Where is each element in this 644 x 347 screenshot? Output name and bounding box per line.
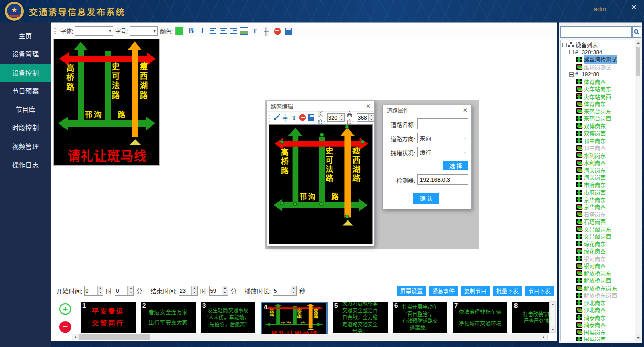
text-icon[interactable] xyxy=(290,113,298,122)
playlist-item-4[interactable]: 4 高桥路 史可法路 瘦西湖路 邗沟 路 请礼让斑马线 xyxy=(261,302,328,335)
start-hour-input[interactable] xyxy=(85,286,97,295)
pen-icon[interactable] xyxy=(273,113,280,122)
align-left-icon[interactable] xyxy=(208,26,217,36)
tree-device-item[interactable]: 文昌阁岗西 xyxy=(576,233,634,240)
sidebar-item-5[interactable]: 节目库 xyxy=(0,101,51,119)
scroll-left-icon[interactable] xyxy=(72,334,79,340)
sidebar-item-8[interactable]: 操作日志 xyxy=(0,156,51,174)
tree-scrollbar[interactable] xyxy=(635,40,641,341)
height-stepper[interactable]: ▲▼ xyxy=(357,113,374,122)
vertical-scrollbar[interactable] xyxy=(549,301,556,333)
user-name[interactable]: adm xyxy=(594,5,606,13)
end-hour-stepper[interactable]: ▲▼ xyxy=(179,286,198,296)
road-name-input[interactable] xyxy=(420,121,466,127)
length-stepper[interactable]: ▲▼ xyxy=(327,113,345,122)
congestion-select[interactable]: 缓行 ⌄ xyxy=(417,147,468,157)
tree-device-item[interactable]: 水利岗东 xyxy=(576,152,634,160)
start-minute-stepper[interactable]: ▲▼ xyxy=(115,286,134,296)
forbid-icon[interactable] xyxy=(272,26,282,36)
end-hour-input[interactable] xyxy=(179,286,191,295)
playlist-item-1[interactable]: 1平安春运交警同行 xyxy=(81,302,136,333)
tree-device-item[interactable]: 海关岗西 xyxy=(576,174,634,181)
tree-device-item[interactable]: 维扬岗测试 xyxy=(576,64,634,71)
scroll-down-icon[interactable] xyxy=(635,335,641,341)
save-icon[interactable] xyxy=(307,113,315,122)
tree-device-item[interactable]: 沙北岗东 xyxy=(576,299,634,307)
scroll-down-icon[interactable] xyxy=(550,326,555,332)
select-detector-button[interactable]: 选 择 xyxy=(443,161,468,170)
edit-handle[interactable] xyxy=(280,140,284,144)
sidebar-item-1[interactable]: 主页 xyxy=(0,27,51,45)
playlist-item-3[interactable]: 3发生轻微交通事故“人未伤，车能动，先拍照，后撤离” xyxy=(201,302,255,333)
edit-handle[interactable] xyxy=(345,215,349,219)
tree-root[interactable]: 设备列表 xyxy=(562,41,634,49)
tree-device-item[interactable]: 京华岗西 xyxy=(576,203,634,211)
tree-device-item[interactable]: 来鹤台岗西 xyxy=(576,115,634,122)
playlist-item-2[interactable]: 2春运安全连万家出行平安靠大家 xyxy=(141,302,196,333)
tree-device-item[interactable]: 市府岗西 xyxy=(576,188,634,196)
tree-device-item[interactable]: 京华岗东 xyxy=(576,196,634,204)
add-program-button[interactable]: + xyxy=(59,303,71,315)
action-button-3[interactable]: 复制节目 xyxy=(461,286,490,296)
road-direction-select[interactable]: 来向 ⌄ xyxy=(417,133,468,143)
tree-device-item[interactable]: 解放桥岗东 xyxy=(576,270,634,277)
tree-device-item[interactable]: 体育岗东 xyxy=(576,100,634,108)
expand-toggle-icon[interactable] xyxy=(562,43,567,47)
device-search-input[interactable] xyxy=(560,26,632,38)
tree-device-item[interactable]: 邗中岗西 xyxy=(576,144,634,152)
tree-device-item[interactable]: 鸿泰岗东 xyxy=(576,314,634,322)
bridge-icon[interactable] xyxy=(261,26,271,36)
size-select[interactable]: ▼ xyxy=(130,26,158,36)
expand-toggle-icon[interactable] xyxy=(569,72,574,77)
italic-icon[interactable] xyxy=(197,26,207,36)
end-minute-stepper[interactable]: ▲▼ xyxy=(209,286,228,296)
scrollbar-thumb[interactable] xyxy=(79,334,150,340)
dialog-titlebar[interactable]: 道路属性 ✕ xyxy=(383,105,471,115)
tree-device-item[interactable]: 银河岗东 xyxy=(576,255,634,263)
confirm-button[interactable]: 确 认 xyxy=(413,193,439,204)
expand-toggle-icon[interactable] xyxy=(569,50,574,54)
tree-device-item[interactable]: 银河岗西 xyxy=(576,262,634,270)
tree-group-320*384[interactable]: #320*384 xyxy=(569,49,634,56)
sidebar-item-7[interactable]: 视频管理 xyxy=(0,138,51,156)
cross-icon[interactable] xyxy=(281,113,289,122)
minimize-icon[interactable]: — xyxy=(615,3,622,11)
image-icon[interactable] xyxy=(239,26,249,36)
editor-canvas[interactable]: 高桥路 史可法路 瘦西湖路 邗沟 路 请礼让斑马线 xyxy=(269,124,373,244)
sidebar-item-4[interactable]: 节目预案 xyxy=(0,82,51,101)
scroll-up-icon[interactable] xyxy=(635,40,641,46)
scrollbar-thumb[interactable] xyxy=(636,47,640,76)
action-button-1[interactable]: 屏幕设置 xyxy=(397,286,426,296)
tree-device-item[interactable]: 琼花岗西 xyxy=(576,247,634,255)
color-swatch[interactable] xyxy=(175,27,183,35)
detector-input[interactable] xyxy=(420,177,466,183)
close-icon[interactable]: ✕ xyxy=(463,107,468,114)
toolbar-gripper[interactable] xyxy=(269,114,270,122)
forbid-icon[interactable] xyxy=(299,113,306,122)
save-icon[interactable] xyxy=(283,26,294,36)
tree-device-item[interactable]: 火车站岗东 xyxy=(576,85,634,93)
toolbar-gripper[interactable] xyxy=(54,27,56,35)
spin-down-icon[interactable]: ▼ xyxy=(339,118,344,122)
length-input[interactable] xyxy=(328,114,339,121)
tree-device-item[interactable]: 体育岗西 xyxy=(576,78,634,86)
scroll-right-icon[interactable] xyxy=(540,334,547,340)
playlist-item-7[interactable]: 7依法治理非标车辆净化城市交通环境 xyxy=(453,302,507,333)
playlist-item-6[interactable]: 6扎实开展电动车“百日整治”，有效预防道路交通事故。 xyxy=(393,302,447,333)
tree-device-item[interactable]: 海关岗东 xyxy=(576,167,634,174)
tree-device-item[interactable]: 沙北岗西 xyxy=(576,306,634,314)
start-minute-input[interactable] xyxy=(115,286,127,295)
tree-device-item[interactable]: 文昌阁岗东 xyxy=(576,226,634,233)
tree-device-item[interactable]: 琼花岗东 xyxy=(576,240,634,248)
remove-program-button[interactable]: − xyxy=(59,321,71,333)
tree-device-item[interactable]: 来鹤台岗东 xyxy=(576,108,634,115)
close-icon[interactable]: ✕ xyxy=(631,3,637,11)
tree-device-item[interactable]: 市府岗东 xyxy=(576,181,634,189)
align-right-icon[interactable] xyxy=(229,26,238,36)
tree-device-item[interactable]: 石塔岗西 xyxy=(576,218,634,226)
height-input[interactable] xyxy=(357,114,368,121)
action-button-2[interactable]: 紧急事件 xyxy=(429,286,458,296)
tree-device-item[interactable]: 国展岗西 xyxy=(576,336,634,341)
tree-device-item[interactable]: 水利岗西 xyxy=(576,159,634,167)
tree-group-192*80[interactable]: #192*80 xyxy=(569,71,634,78)
